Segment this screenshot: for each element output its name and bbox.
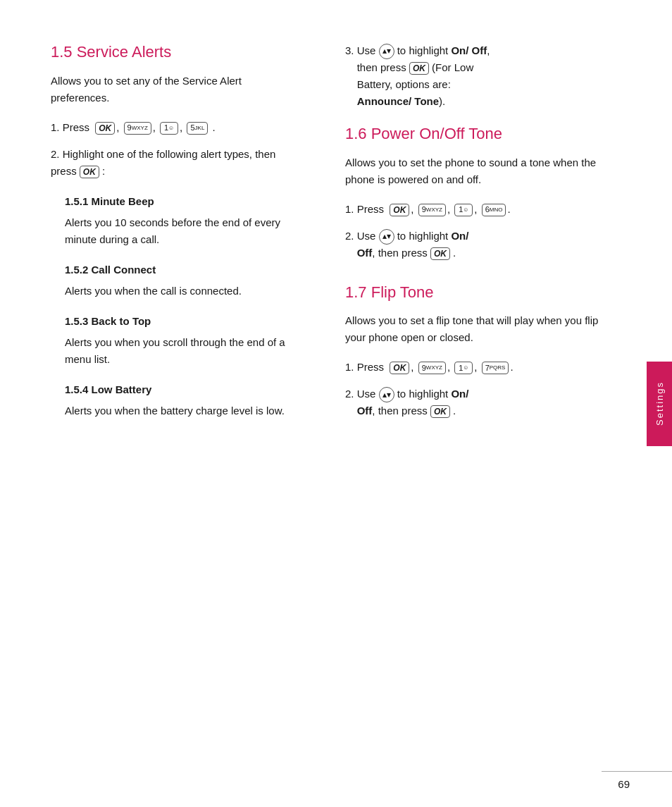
key-ok-3: OK xyxy=(409,62,429,75)
step-1-content: OK, 9WXYZ, 1☺, 5JKL . xyxy=(95,119,303,136)
section-desc-1-7: Allows you to set a flip tone that will … xyxy=(345,312,616,346)
section-title-1-5: 1.5 Service Alerts xyxy=(51,42,303,63)
page-divider xyxy=(602,771,672,772)
subsection-title-1-5-3: 1.5.3 Back to Top xyxy=(65,314,303,328)
section-desc-1-5: Allows you to set any of the Service Ale… xyxy=(51,73,303,106)
key-1abc: 1☺ xyxy=(160,122,178,135)
step-2-content: 2. Highlight one of the following alert … xyxy=(51,146,303,180)
key-ok-4: OK xyxy=(390,204,409,216)
step-1-keys: OK, 9WXYZ, 1☺, 5JKL . xyxy=(95,121,217,133)
step-3-content: 3. Use ▴▾ to highlight On/ Off, then pre… xyxy=(345,42,616,110)
subsection-title-1-5-1: 1.5.1 Minute Beep xyxy=(65,194,303,209)
key-ok-2: OK xyxy=(80,166,99,178)
subsection-desc-1-5-2: Alerts you when the call is connected. xyxy=(65,283,303,300)
step-2-1-6: 2. Use ▴▾ to highlight On/ Off, then pre… xyxy=(345,228,616,261)
step-1-left: 1. Press OK, 9WXYZ, 1☺, 5JKL . xyxy=(51,119,303,136)
key-6mno: 6MNO xyxy=(482,204,506,216)
section-title-1-6: 1.6 Power On/Off Tone xyxy=(345,124,616,144)
section-desc-1-6: Allows you to set the phone to sound a t… xyxy=(345,154,616,188)
nav-arrow-3: ▴▾ xyxy=(379,387,394,402)
right-column: 3. Use ▴▾ to highlight On/ Off, then pre… xyxy=(324,42,672,765)
left-column: 1.5 Service Alerts Allows you to set any… xyxy=(0,42,324,765)
step-2-1-6-content: 2. Use ▴▾ to highlight On/ Off, then pre… xyxy=(345,228,616,261)
key-1abc-2: 1☺ xyxy=(454,204,473,216)
step-2-left: 2. Highlight one of the following alert … xyxy=(51,146,303,180)
key-9wxyz: 9WXYZ xyxy=(124,122,151,135)
step-1-1-6: 1. Press OK, 9WXYZ, 1☺, 6MNO. xyxy=(345,201,616,218)
key-7pqrs: 7PQRS xyxy=(482,362,509,374)
key-5jkl: 5JKL xyxy=(187,122,208,135)
sidebar-label: Settings xyxy=(654,381,665,426)
step-1-num: 1. Press xyxy=(51,119,92,136)
key-9wxyz-2: 9WXYZ xyxy=(418,204,446,216)
step-2-1-7: 2. Use ▴▾ to highlight On/ Off, then pre… xyxy=(345,386,616,419)
subsection-desc-1-5-1: Alerts you 10 seconds before the end of … xyxy=(65,214,303,248)
nav-arrow-2: ▴▾ xyxy=(379,229,394,245)
sidebar-tab: Settings xyxy=(647,362,672,446)
key-ok-1: OK xyxy=(95,122,115,135)
step-2-1-7-content: 2. Use ▴▾ to highlight On/ Off, then pre… xyxy=(345,386,616,419)
key-ok-6: OK xyxy=(390,362,409,374)
step-1-1-7: 1. Press OK, 9WXYZ, 1☺, 7PQRS. xyxy=(345,359,616,376)
page-container: 1.5 Service Alerts Allows you to set any… xyxy=(0,0,672,807)
section-title-1-7: 1.7 Flip Tone xyxy=(345,283,616,303)
step-3-right: 3. Use ▴▾ to highlight On/ Off, then pre… xyxy=(345,42,616,110)
step-1-1-6-content: 1. Press OK, 9WXYZ, 1☺, 6MNO. xyxy=(345,201,616,218)
step-1-1-7-content: 1. Press OK, 9WXYZ, 1☺, 7PQRS. xyxy=(345,359,616,376)
page-number: 69 xyxy=(618,778,630,790)
key-ok-5: OK xyxy=(430,247,450,260)
key-9wxyz-3: 9WXYZ xyxy=(418,362,446,374)
subsection-desc-1-5-3: Alerts you when you scroll through the e… xyxy=(65,334,303,368)
key-ok-7: OK xyxy=(430,405,450,418)
key-1abc-3: 1☺ xyxy=(454,362,473,374)
subsection-title-1-5-2: 1.5.2 Call Connect xyxy=(65,262,303,277)
nav-arrow-1: ▴▾ xyxy=(379,44,394,59)
subsection-title-1-5-4: 1.5.4 Low Battery xyxy=(65,382,303,397)
subsection-desc-1-5-4: Alerts you when the battery charge level… xyxy=(65,402,303,419)
